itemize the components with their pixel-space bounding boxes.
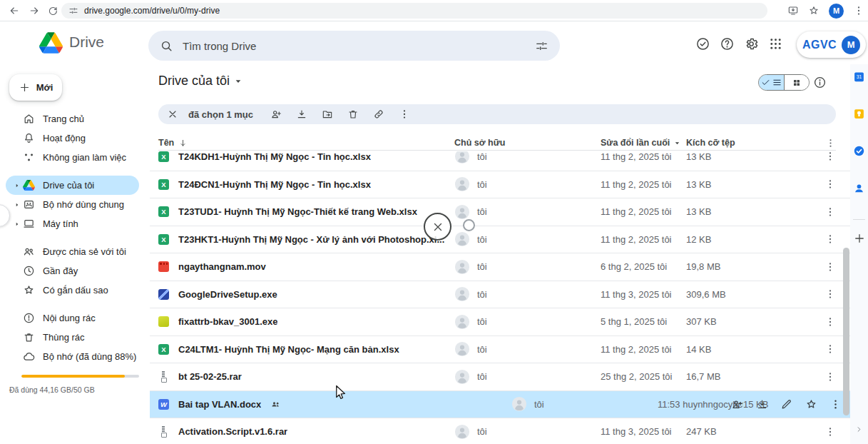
link-icon[interactable] (373, 109, 384, 120)
reload-icon[interactable] (47, 5, 58, 16)
apps-grid-icon[interactable] (768, 36, 783, 51)
forward-icon[interactable] (29, 5, 40, 16)
keep-icon[interactable] (853, 108, 865, 120)
calendar-icon[interactable]: 31 (853, 71, 865, 83)
table-row[interactable]: fixattrb-bkav_3001.exe tôi 5 thg 1, 2025… (150, 308, 850, 335)
sidebar-item-trash-can[interactable]: Thùng rác (6, 328, 139, 347)
expand-caret-icon[interactable] (11, 221, 23, 228)
table-row[interactable]: X C24LTM1- Huỳnh Thị Mỹ Ngọc- Mạng căn b… (150, 335, 850, 363)
more-icon[interactable] (824, 178, 836, 190)
drive-logo-icon[interactable] (39, 32, 63, 54)
check-circle-icon[interactable] (695, 36, 710, 51)
sidebar-item-computers[interactable]: Máy tính (6, 214, 139, 233)
person-add-icon[interactable] (731, 398, 743, 410)
column-header-owner[interactable]: Chủ sở hữu (454, 138, 601, 148)
more-icon[interactable] (824, 151, 836, 162)
column-header-size[interactable]: Kích cỡ tệp (686, 138, 779, 148)
file-name: Activation.Script.v1.6.rar (178, 426, 287, 437)
list-view-button[interactable] (759, 75, 785, 90)
star-icon[interactable] (805, 398, 817, 410)
sidebar-item-shared-with-me[interactable]: Được chia sẻ với tôi (6, 242, 139, 261)
more-icon[interactable] (824, 371, 836, 383)
sidebar-item-shared-drives[interactable]: Bộ nhớ dùng chung (6, 195, 139, 214)
sidebar-item-bell[interactable]: Hoạt động (6, 128, 139, 148)
sidebar-item-starred[interactable]: Có gắn dấu sao (6, 281, 139, 300)
account-chip[interactable]: AGVC M (797, 31, 866, 58)
owner-label: tôi (477, 316, 487, 327)
browser-menu-icon[interactable] (853, 5, 864, 16)
download-icon[interactable] (296, 109, 307, 120)
bookmark-icon[interactable] (808, 5, 820, 16)
scrollbar-thumb[interactable] (843, 248, 849, 415)
shared-with-me-icon (23, 246, 35, 258)
plus-icon (19, 81, 31, 94)
table-row[interactable]: X T23TUD1- Huỳnh Thị Mỹ Ngọc-Thiết kế tr… (150, 198, 850, 226)
header-more-options-icon[interactable] (825, 138, 836, 148)
table-row[interactable]: bt 25-02-25.rar tôi 25 thg 2, 2025 tôi 1… (150, 363, 850, 390)
site-settings-icon[interactable] (68, 6, 78, 16)
download-icon[interactable] (756, 398, 768, 410)
column-header-modified[interactable]: Sửa đổi lần cuối (601, 138, 686, 148)
word-file-icon: W (158, 399, 169, 410)
settings-icon[interactable] (744, 36, 759, 51)
more-icon[interactable] (824, 343, 836, 355)
rename-icon[interactable] (780, 398, 792, 410)
column-header-name[interactable]: Tên (158, 138, 454, 148)
sort-arrow-icon[interactable] (178, 138, 188, 148)
table-row[interactable]: Activation.Script.v1.6.rar tôi 11 thg 3,… (150, 418, 850, 444)
expand-caret-icon[interactable] (11, 201, 23, 208)
sidebar-item-recent[interactable]: Gần đây (6, 261, 139, 281)
contacts-icon[interactable] (853, 182, 865, 194)
sidebar-item-home[interactable]: Trang chủ (6, 109, 139, 128)
tasks-icon[interactable] (853, 145, 865, 157)
browser-profile-avatar[interactable]: M (829, 4, 844, 19)
page-title[interactable]: Drive của tôi (158, 74, 244, 89)
address-bar[interactable]: drive.google.com/drive/u/0/my-drive (61, 3, 767, 19)
more-icon[interactable] (824, 426, 836, 438)
table-row[interactable]: X T24ĐCN1-Huỳnh Thị Mỹ Ngọc - Tin học.xl… (150, 171, 850, 198)
hide-side-panel-icon[interactable] (855, 425, 863, 433)
advanced-search-icon[interactable] (535, 39, 548, 53)
help-icon[interactable] (720, 36, 735, 51)
view-toggle[interactable] (758, 74, 810, 91)
more-icon[interactable] (824, 288, 836, 300)
file-name: bt 25-02-25.rar (178, 371, 242, 382)
table-row[interactable]: W Bai tap VLAN.docx tôi 11:53 huynhngocy… (150, 390, 850, 418)
more-icon[interactable] (824, 206, 836, 218)
video-file-icon (158, 261, 169, 272)
more-icon[interactable] (824, 261, 836, 273)
file-list: X T24KDH1-Huỳnh Thị Mỹ Ngọc - Tin học.xl… (150, 151, 850, 444)
sidebar-item-spam[interactable]: Nội dung rác (6, 308, 139, 328)
table-row[interactable]: X T23HKT1-Huỳnh Thị Mỹ Ngọc - Xử lý ảnh … (150, 226, 850, 253)
details-info-icon[interactable] (813, 76, 827, 89)
modified-label: 6 thg 2, 2025 tôi (601, 261, 686, 272)
sidebar-item-cloud[interactable]: Bộ nhớ (đã dùng 88%) (6, 347, 139, 366)
file-name: C24LTM1- Huỳnh Thị Mỹ Ngọc- Mạng căn bản… (178, 344, 399, 355)
owner-label: tôi (477, 289, 487, 300)
sidebar-item-workspaces[interactable]: Không gian làm việc (6, 148, 139, 167)
table-row[interactable]: GoogleDriveSetup.exe tôi 11 thg 3, 2025 … (150, 281, 850, 308)
expand-caret-icon[interactable] (11, 182, 23, 189)
grid-view-button[interactable] (785, 75, 810, 90)
search-icon[interactable] (160, 39, 173, 53)
back-icon[interactable] (9, 5, 20, 16)
trash-can-icon[interactable] (347, 109, 359, 120)
table-row[interactable]: ngaythangnam.mov tôi 6 thg 2, 2025 tôi 1… (150, 253, 850, 281)
sidebar-item-my-drive[interactable]: Drive của tôi (6, 176, 139, 195)
person-add-icon[interactable] (270, 109, 282, 120)
more-icon[interactable] (824, 316, 836, 328)
new-button[interactable]: Mới (9, 74, 62, 101)
title-dropdown-icon[interactable] (233, 76, 244, 87)
file-name: Bai tap VLAN.docx (178, 399, 261, 410)
more-icon[interactable] (399, 109, 410, 120)
account-avatar[interactable]: M (842, 36, 860, 54)
search-input[interactable]: Tìm trong Drive (148, 31, 560, 61)
more-icon[interactable] (824, 233, 836, 245)
move-icon[interactable] (322, 109, 333, 120)
table-row[interactable]: X T24KDH1-Huỳnh Thị Mỹ Ngọc - Tin học.xl… (150, 151, 850, 171)
owner-label: tôi (477, 371, 487, 382)
install-icon[interactable] (787, 5, 799, 16)
more-icon[interactable] (829, 398, 842, 410)
clear-selection-icon[interactable] (167, 109, 178, 120)
add-addon-icon[interactable] (853, 232, 866, 245)
